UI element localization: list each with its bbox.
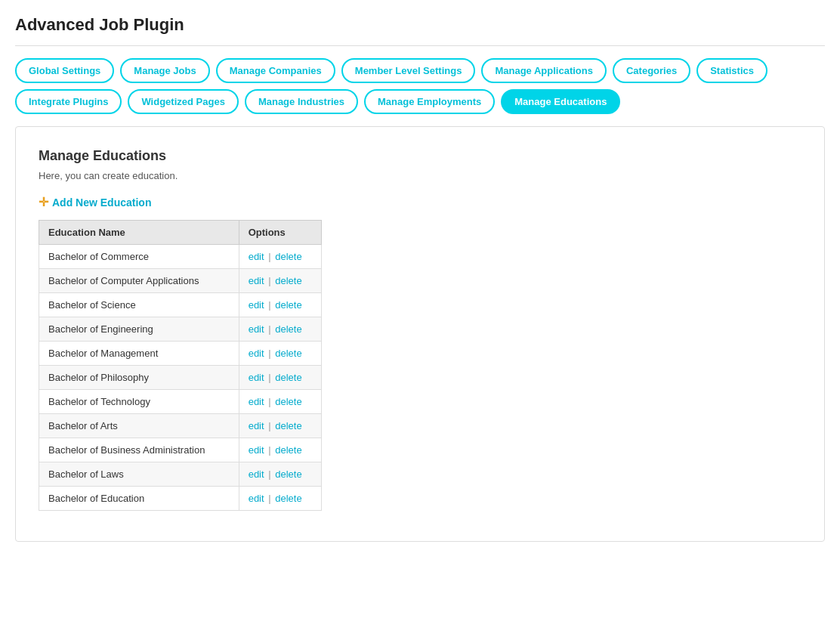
separator: | [266, 348, 274, 359]
education-name-cell: Bachelor of Business Administration [39, 438, 239, 462]
separator: | [266, 468, 274, 480]
nav-btn-member-level-settings[interactable]: Member Level Settings [341, 58, 476, 83]
delete-link[interactable]: delete [275, 299, 301, 311]
edit-link[interactable]: edit [249, 348, 264, 359]
options-cell: edit | delete [239, 366, 321, 390]
edit-link[interactable]: edit [249, 493, 264, 504]
delete-link[interactable]: delete [275, 251, 301, 262]
nav-btn-manage-employments[interactable]: Manage Employments [364, 89, 495, 114]
panel-title: Manage Educations [39, 148, 801, 164]
nav-buttons: Global SettingsManage JobsManage Compani… [15, 58, 825, 114]
separator: | [266, 396, 274, 407]
education-name-cell: Bachelor of Management [39, 342, 239, 366]
table-row: Bachelor of Business Administrationedit … [39, 438, 322, 462]
table-row: Bachelor of Philosophyedit | delete [39, 366, 322, 390]
nav-btn-integrate-plugins[interactable]: Integrate Plugins [15, 89, 122, 114]
nav-btn-categories[interactable]: Categories [613, 58, 690, 83]
edit-link[interactable]: edit [249, 275, 264, 286]
options-cell: edit | delete [239, 317, 321, 342]
page-wrapper: Advanced Job Plugin Global SettingsManag… [0, 0, 840, 637]
add-new-education-link[interactable]: ✛ Add New Education [39, 195, 151, 209]
separator: | [266, 444, 274, 456]
separator: | [266, 493, 274, 504]
nav-btn-manage-jobs[interactable]: Manage Jobs [120, 58, 209, 83]
education-name-cell: Bachelor of Education [39, 487, 239, 511]
education-table: Education Name Options Bachelor of Comme… [39, 220, 322, 511]
table-row: Bachelor of Artsedit | delete [39, 414, 322, 438]
delete-link[interactable]: delete [275, 396, 301, 407]
edit-link[interactable]: edit [249, 444, 264, 456]
delete-link[interactable]: delete [275, 348, 301, 359]
education-name-cell: Bachelor of Science [39, 293, 239, 317]
delete-link[interactable]: delete [275, 444, 301, 456]
table-row: Bachelor of Scienceedit | delete [39, 293, 322, 317]
delete-link[interactable]: delete [275, 275, 301, 286]
table-row: Bachelor of Technologyedit | delete [39, 390, 322, 414]
add-new-label: Add New Education [52, 196, 151, 209]
table-row: Bachelor of Educationedit | delete [39, 487, 322, 511]
content-panel: Manage Educations Here, you can create e… [15, 126, 825, 542]
table-row: Bachelor of Lawsedit | delete [39, 462, 322, 487]
options-cell: edit | delete [239, 293, 321, 317]
nav-btn-global-settings[interactable]: Global Settings [15, 58, 114, 83]
delete-link[interactable]: delete [275, 493, 301, 504]
plus-icon: ✛ [39, 195, 48, 209]
edit-link[interactable]: edit [249, 251, 264, 262]
table-row: Bachelor of Computer Applicationsedit | … [39, 269, 322, 293]
col-education-name: Education Name [39, 221, 239, 245]
options-cell: edit | delete [239, 390, 321, 414]
table-row: Bachelor of Engineeringedit | delete [39, 317, 322, 342]
education-name-cell: Bachelor of Philosophy [39, 366, 239, 390]
nav-btn-manage-companies[interactable]: Manage Companies [216, 58, 335, 83]
col-options: Options [239, 221, 321, 245]
page-title: Advanced Job Plugin [15, 15, 825, 46]
separator: | [266, 323, 274, 335]
education-name-cell: Bachelor of Engineering [39, 317, 239, 342]
options-cell: edit | delete [239, 342, 321, 366]
edit-link[interactable]: edit [249, 299, 264, 311]
education-name-cell: Bachelor of Laws [39, 462, 239, 487]
separator: | [266, 251, 274, 262]
education-name-cell: Bachelor of Arts [39, 414, 239, 438]
options-cell: edit | delete [239, 462, 321, 487]
edit-link[interactable]: edit [249, 323, 264, 335]
options-cell: edit | delete [239, 414, 321, 438]
separator: | [266, 275, 274, 286]
education-name-cell: Bachelor of Commerce [39, 245, 239, 269]
options-cell: edit | delete [239, 245, 321, 269]
delete-link[interactable]: delete [275, 323, 301, 335]
edit-link[interactable]: edit [249, 396, 264, 407]
edit-link[interactable]: edit [249, 420, 264, 431]
options-cell: edit | delete [239, 487, 321, 511]
nav-btn-statistics[interactable]: Statistics [696, 58, 767, 83]
delete-link[interactable]: delete [275, 420, 301, 431]
education-name-cell: Bachelor of Technology [39, 390, 239, 414]
education-name-cell: Bachelor of Computer Applications [39, 269, 239, 293]
panel-description: Here, you can create education. [39, 170, 801, 181]
delete-link[interactable]: delete [275, 468, 301, 480]
delete-link[interactable]: delete [275, 372, 301, 383]
nav-btn-manage-educations[interactable]: Manage Educations [501, 89, 620, 114]
nav-btn-widgetized-pages[interactable]: Widgetized Pages [128, 89, 238, 114]
options-cell: edit | delete [239, 438, 321, 462]
separator: | [266, 299, 274, 311]
table-row: Bachelor of Managementedit | delete [39, 342, 322, 366]
nav-btn-manage-industries[interactable]: Manage Industries [245, 89, 358, 114]
options-cell: edit | delete [239, 269, 321, 293]
nav-btn-manage-applications[interactable]: Manage Applications [481, 58, 607, 83]
separator: | [266, 372, 274, 383]
edit-link[interactable]: edit [249, 468, 264, 480]
table-row: Bachelor of Commerceedit | delete [39, 245, 322, 269]
edit-link[interactable]: edit [249, 372, 264, 383]
separator: | [266, 420, 274, 431]
